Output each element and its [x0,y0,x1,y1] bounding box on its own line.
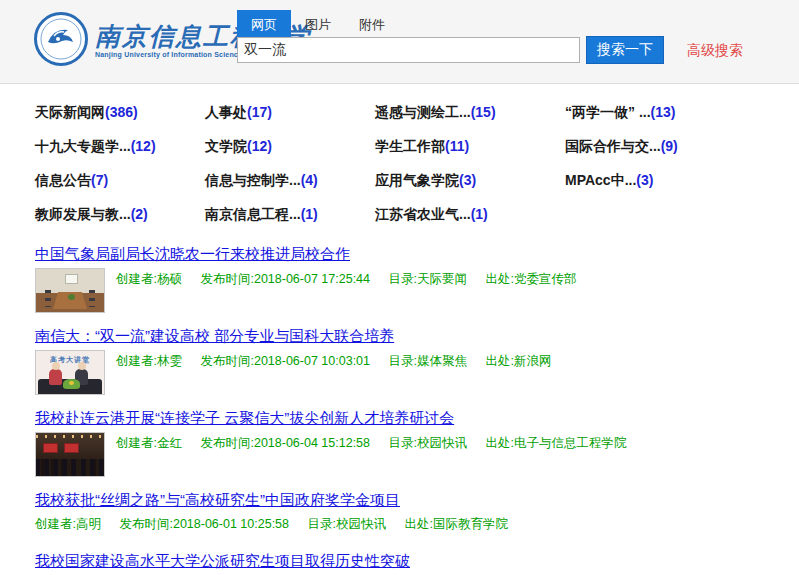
category-label: 南京信息工程... [205,206,301,222]
category-label: 十九大专题学... [35,138,131,154]
result-meta: 创建者:金红 发布时间:2018-06-04 15:12:58 目录:校园快讯 … [116,432,641,477]
search-tabs: 网页 图片 附件 [237,10,743,37]
category-count: (7) [91,172,108,188]
meta-publish-time: 发布时间:2018-06-07 17:25:44 [200,272,370,286]
photo-people [89,290,95,307]
search-input[interactable] [237,37,580,63]
meta-category: 目录:媒体聚焦 [389,354,467,368]
category-label: “两学一做” ... [565,104,651,120]
tab-webpage[interactable]: 网页 [237,10,291,37]
meta-creator: 创建者:高明 [35,517,101,531]
meta-category: 目录:天际要闻 [389,272,467,286]
search-results: 中国气象局副局长沈晓农一行来校推进局校合作 创建者:杨硕 发布时间:2018-0… [35,244,799,575]
category-count: (4) [301,172,318,188]
category-count: (2) [131,206,148,222]
meta-publish-time: 发布时间:2018-06-07 10:03:01 [200,354,370,368]
search-result-item: 我校国家建设高水平大学公派研究生项目取得历史性突破 创建者:林雯 发布时间:20… [35,551,799,575]
category-label: 教师发展与教... [35,206,131,222]
search-area: 网页 图片 附件 搜索一下 高级搜索 [237,10,743,64]
meta-publish-time: 发布时间:2018-06-01 10:25:58 [119,517,289,531]
search-row: 搜索一下 高级搜索 [237,37,743,64]
category-link[interactable]: 人事处(17) [205,104,375,126]
category-label: MPAcc中... [565,172,636,188]
result-thumbnail[interactable] [35,432,105,477]
category-link[interactable]: 学生工作部(11) [375,138,565,160]
category-label: 天际新闻网 [35,104,105,120]
category-link[interactable]: 应用气象学院(3) [375,172,565,194]
category-count: (3) [459,172,476,188]
tab-attachments[interactable]: 附件 [345,10,399,37]
result-title-link[interactable]: 南信大：“双一流”建设高校 部分专业与国科大联合培养 [35,326,394,345]
meta-creator: 创建者:林雯 [116,354,182,368]
category-link[interactable]: 文学院(12) [205,138,375,160]
photo-person [49,369,62,385]
category-count: (9) [661,138,678,154]
category-label: 人事处 [205,104,247,120]
meta-publish-time: 发布时间:2018-06-04 15:12:58 [200,436,370,450]
meta-source: 出处:国际教育学院 [404,517,507,531]
category-label: 学生工作部 [375,138,445,154]
meta-source: 出处:党委宣传部 [485,272,576,286]
result-meta: 创建者:杨硕 发布时间:2018-06-07 17:25:44 目录:天际要闻 … [116,268,591,313]
result-meta: 创建者:林雯 发布时间:2018-06-07 10:03:01 目录:媒体聚焦 … [116,350,566,395]
photo-flowers [63,379,80,389]
university-emblem-icon [34,12,88,66]
result-title-link[interactable]: 我校获批“丝绸之路”与“高校研究生”中国政府奖学金项目 [35,490,400,509]
category-link[interactable]: 信息与控制学...(4) [205,172,375,194]
photo-banner-text: 高考大讲堂 [36,355,104,365]
result-title-link[interactable]: 中国气象局副局长沈晓农一行来校推进局校合作 [35,244,350,263]
result-body: 创建者:杨硕 发布时间:2018-06-07 17:25:44 目录:天际要闻 … [35,268,799,313]
result-body: 创建者:金红 发布时间:2018-06-04 15:12:58 目录:校园快讯 … [35,432,799,477]
search-result-item: 南信大：“双一流”建设高校 部分专业与国科大联合培养 高考大讲堂 创建者:林雯 … [35,326,799,395]
category-link[interactable]: “两学一做” ...(13) [565,104,765,126]
category-link[interactable]: 南京信息工程...(1) [205,206,375,228]
category-label: 应用气象学院 [375,172,459,188]
meta-creator: 创建者:金红 [116,436,182,450]
category-count: (1) [471,206,488,222]
photo-plant [68,294,75,300]
category-link[interactable]: 教师发展与教...(2) [35,206,205,228]
search-result-item: 我校获批“丝绸之路”与“高校研究生”中国政府奖学金项目 创建者:高明 发布时间:… [35,490,799,533]
category-count: (13) [651,104,676,120]
category-label: 信息公告 [35,172,91,188]
category-link[interactable]: MPAcc中...(3) [565,172,765,194]
result-meta: 创建者:高明 发布时间:2018-06-01 10:25:58 目录:校园快讯 … [35,514,799,533]
category-link[interactable]: 天际新闻网(386) [35,104,205,126]
category-count: (11) [445,138,469,154]
category-count: (12) [247,138,272,154]
result-title-link[interactable]: 我校国家建设高水平大学公派研究生项目取得历史性突破 [35,551,410,570]
result-thumbnail[interactable] [35,268,105,313]
category-count: (15) [471,104,496,120]
meta-source: 出处:新浪网 [485,354,551,368]
category-link[interactable]: 遥感与测绘工...(15) [375,104,565,126]
search-result-item: 我校赴连云港开展“连接学子 云聚信大”拔尖创新人才培养研讨会 创建者:金红 发布… [35,408,799,477]
result-thumbnail[interactable]: 高考大讲堂 [35,350,105,395]
category-count: (3) [636,172,653,188]
category-count: (386) [105,104,138,120]
photo-ceiling-lights [36,435,104,438]
meta-creator: 创建者:杨硕 [116,272,182,286]
category-label: 信息与控制学... [205,172,301,188]
meta-source: 出处:电子与信息工程学院 [485,436,626,450]
category-label: 国际合作与交... [565,138,661,154]
meta-category: 目录:校园快讯 [308,517,386,531]
category-count: (17) [247,104,272,120]
category-label: 遥感与测绘工... [375,104,471,120]
photo-screen [43,443,58,453]
category-link[interactable]: 十九大专题学...(12) [35,138,205,160]
advanced-search-link[interactable]: 高级搜索 [687,37,743,63]
category-link[interactable]: 信息公告(7) [35,172,205,194]
result-body: 高考大讲堂 创建者:林雯 发布时间:2018-06-07 10:03:01 目录… [35,350,799,395]
tab-images[interactable]: 图片 [291,10,345,37]
meta-category: 目录:校园快讯 [389,436,467,450]
result-title-link[interactable]: 我校赴连云港开展“连接学子 云聚信大”拔尖创新人才培养研讨会 [35,408,454,427]
category-grid: 天际新闻网(386) 人事处(17) 遥感与测绘工...(15) “两学一做” … [35,104,799,228]
category-count: (12) [131,138,156,154]
category-link[interactable]: 江苏省农业气...(1) [375,206,565,228]
search-button[interactable]: 搜索一下 [586,36,664,64]
category-label: 文学院 [205,138,247,154]
photo-people [45,290,51,307]
search-result-item: 中国气象局副局长沈晓农一行来校推进局校合作 创建者:杨硕 发布时间:2018-0… [35,244,799,313]
photo-projector-screen [65,274,78,284]
category-link[interactable]: 国际合作与交...(9) [565,138,765,160]
